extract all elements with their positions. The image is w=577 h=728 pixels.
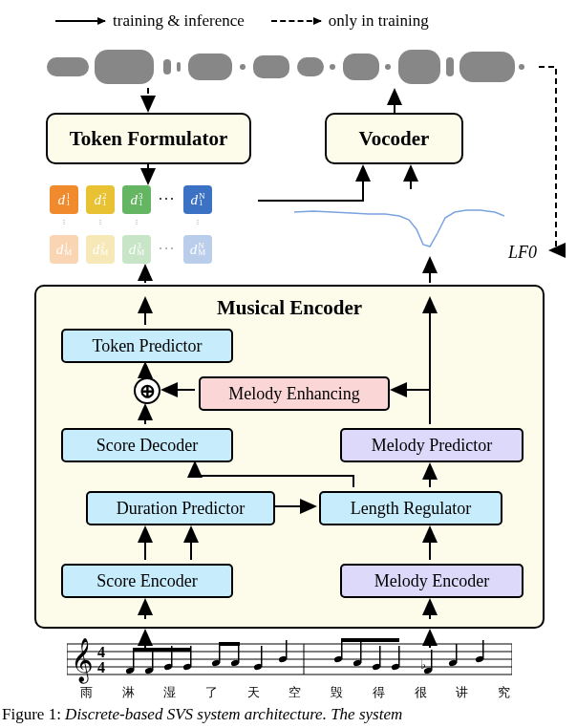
svg-rect-40: [238, 644, 240, 663]
melody-enhancing-box: Melody Enhancing: [199, 376, 390, 411]
lyric-char: 得: [373, 684, 385, 701]
discrete-tokens: d11 ⋮ d1M d21 ⋮ d2M d31 ⋮ d3M ··· ··· dN…: [50, 185, 212, 264]
musical-encoder-block: Musical Encoder Token Predictor ⊕ Melody…: [34, 285, 545, 629]
lyric-char: 很: [415, 684, 427, 701]
svg-rect-52: [341, 638, 399, 642]
svg-rect-48: [341, 640, 343, 659]
lyric-char: 毁: [331, 684, 343, 701]
svg-rect-5: [240, 64, 246, 70]
svg-rect-57: [456, 644, 458, 663]
token-predictor-label: Token Predictor: [92, 336, 202, 356]
svg-rect-1: [95, 50, 154, 84]
svg-rect-43: [286, 640, 288, 659]
svg-rect-7: [297, 57, 324, 76]
duration-predictor-box: Duration Predictor: [86, 491, 275, 525]
lyric-char: 了: [205, 684, 218, 701]
token-formulator-label: Token Formulator: [70, 127, 227, 151]
svg-rect-58: [482, 640, 484, 659]
lyric-char: 天: [247, 684, 260, 701]
svg-rect-39: [219, 644, 221, 663]
svg-rect-4: [188, 54, 232, 80]
token-formulator-block: Token Formulator: [46, 113, 251, 164]
svg-rect-51: [398, 646, 400, 667]
duration-predictor-label: Duration Predictor: [117, 499, 245, 519]
lyric-char: 淋: [122, 684, 135, 701]
svg-rect-41: [219, 642, 240, 646]
lyric-char: 湿: [163, 684, 176, 701]
svg-rect-12: [446, 57, 454, 76]
svg-rect-14: [519, 64, 524, 70]
legend-dashed: only in training: [271, 11, 429, 31]
svg-text:𝄞: 𝄞: [71, 638, 94, 684]
vocoder-block: Vocoder: [325, 113, 463, 164]
lf0-label: LF0: [508, 243, 537, 263]
score-encoder-label: Score Encoder: [96, 571, 197, 591]
lyric-char: 雨: [80, 684, 93, 701]
figure-canvas: training & inference only in training: [0, 0, 577, 728]
svg-rect-56: [431, 650, 433, 671]
dashed-arrow-icon: [271, 20, 321, 22]
svg-rect-10: [385, 64, 391, 70]
figure-caption: Figure 1: Discrete-based SVS system arch…: [0, 705, 577, 728]
lyric-char: 空: [288, 684, 301, 701]
combine-icon: ⊕: [134, 377, 160, 404]
score-encoder-box: Score Encoder: [61, 564, 233, 598]
svg-rect-2: [163, 59, 171, 75]
waveform-icon: [36, 42, 539, 92]
svg-rect-34: [133, 648, 191, 652]
svg-rect-8: [330, 64, 335, 70]
svg-rect-30: [133, 650, 135, 671]
melody-predictor-box: Melody Predictor: [340, 428, 524, 462]
vocoder-label: Vocoder: [359, 127, 430, 151]
svg-rect-9: [343, 54, 379, 80]
svg-rect-11: [398, 50, 440, 84]
svg-text:4: 4: [97, 644, 105, 660]
musical-encoder-title: Musical Encoder: [36, 296, 543, 320]
legend-solid: training & inference: [55, 11, 245, 31]
svg-rect-31: [152, 650, 154, 671]
caption-title: Discrete-based SVS system architecture. …: [65, 705, 402, 723]
svg-rect-50: [379, 646, 381, 667]
legend: training & inference only in training: [55, 11, 548, 31]
length-regulator-box: Length Regulator: [319, 491, 502, 525]
lyric-char: 究: [498, 684, 510, 701]
svg-text:♭: ♭: [420, 657, 426, 672]
melody-enhancing-label: Melody Enhancing: [228, 384, 359, 404]
svg-rect-3: [177, 62, 181, 72]
svg-rect-42: [261, 646, 263, 667]
lyric-char: 讲: [456, 684, 468, 701]
svg-rect-0: [47, 57, 89, 76]
melody-predictor-label: Melody Predictor: [372, 436, 492, 456]
legend-right-label: only in training: [329, 11, 429, 31]
svg-rect-6: [253, 55, 289, 78]
svg-rect-49: [360, 642, 362, 663]
length-regulator-label: Length Regulator: [351, 499, 471, 519]
score-decoder-label: Score Decoder: [96, 436, 198, 456]
caption-fignum: Figure 1:: [2, 705, 65, 723]
score-decoder-box: Score Decoder: [61, 428, 233, 462]
music-score-icon: 𝄞 4 4: [67, 627, 512, 684]
token-predictor-box: Token Predictor: [61, 329, 233, 363]
lyrics-row: 雨淋湿了天空毁得很讲究: [80, 684, 510, 701]
melody-encoder-box: Melody Encoder: [340, 564, 524, 598]
lf0-plot: [294, 191, 504, 254]
svg-text:4: 4: [97, 659, 105, 675]
solid-arrow-icon: [55, 20, 105, 22]
legend-left-label: training & inference: [113, 11, 245, 31]
melody-encoder-label: Melody Encoder: [374, 571, 489, 591]
svg-rect-13: [459, 52, 515, 82]
